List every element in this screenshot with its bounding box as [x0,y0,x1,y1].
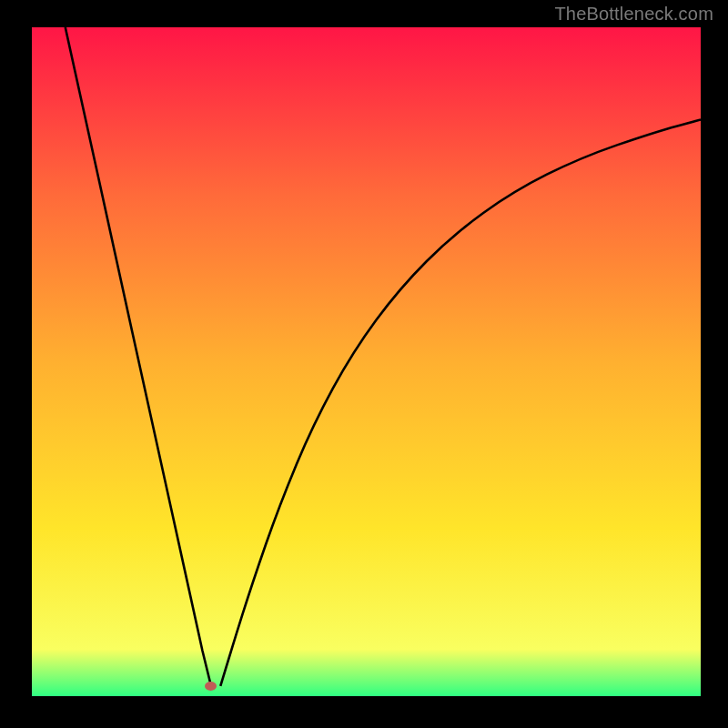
gradient-background [32,27,701,696]
plot-area [32,27,701,696]
plot-svg [32,27,701,696]
watermark-text: TheBottleneck.com [554,4,713,25]
chart-frame: TheBottleneck.com [0,0,728,728]
